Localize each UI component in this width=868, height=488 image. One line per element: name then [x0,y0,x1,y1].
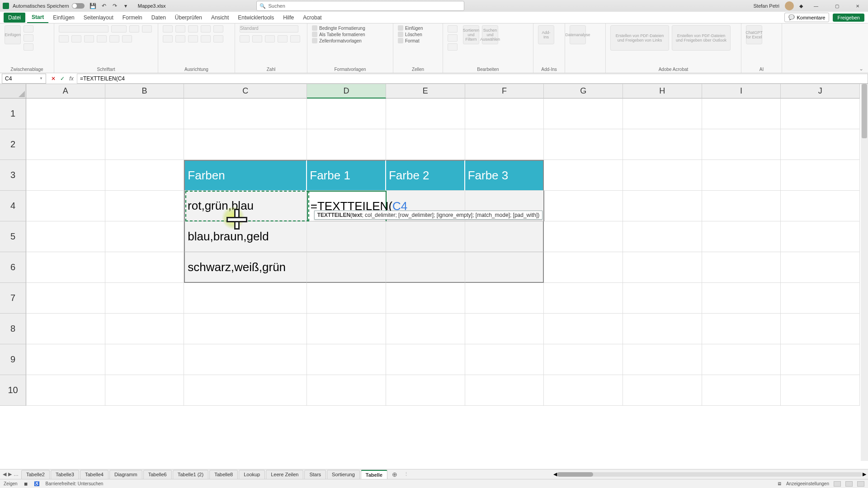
cut-icon[interactable] [24,25,33,33]
cell-F6[interactable] [465,252,544,283]
sheet-tab-tabelle8[interactable]: Tabelle8 [209,470,238,479]
tab-seitenlayout[interactable]: Seitenlayout [79,13,118,23]
accessibility-icon[interactable]: ♿ [34,481,39,486]
format-cells-button[interactable]: Format [398,38,438,43]
minimize-button[interactable]: — [808,1,824,11]
tab-hilfe[interactable]: Hilfe [278,13,298,23]
wrap-text-icon[interactable] [213,25,223,33]
decimal-inc-icon[interactable] [278,35,288,42]
sheet-tab-lookup[interactable]: Lookup [239,470,265,479]
accept-formula-icon[interactable]: ✓ [59,75,66,82]
select-all-corner[interactable] [0,84,26,99]
col-H[interactable]: H [623,84,702,99]
border-icon[interactable] [97,35,107,42]
row-8[interactable]: 8 [0,314,26,344]
col-I[interactable]: I [702,84,781,99]
formula-input[interactable]: =TEXTTEILEN(C4 [77,74,868,84]
insert-cells-button[interactable]: Einfügen [398,25,438,31]
align-right-icon[interactable] [188,35,198,42]
vertical-scrollbar[interactable] [861,84,868,461]
cell-C4[interactable]: rot,grün,blau [184,191,307,221]
col-B[interactable]: B [105,84,184,99]
sheet-tab-tabelle6[interactable]: Tabelle6 [143,470,172,479]
fill-color-icon[interactable] [109,35,119,42]
table-header-farbe1[interactable]: Farbe 1 [307,160,386,191]
align-bottom-icon[interactable] [188,25,198,33]
hscroll-left-icon[interactable]: ◀ [553,471,557,477]
sheet-tab-leere-zeilen[interactable]: Leere Zeilen [266,470,303,479]
table-header-farben[interactable]: Farben [184,160,307,191]
col-G[interactable]: G [544,84,623,99]
cell-E6[interactable] [386,252,465,283]
row-10[interactable]: 10 [0,375,26,406]
col-D[interactable]: D [307,84,386,99]
qat-dropdown-icon[interactable]: ▾ [123,3,129,9]
font-color-icon[interactable] [122,35,132,42]
autosave-toggle[interactable] [72,3,85,9]
col-C[interactable]: C [184,84,307,99]
tab-einfuegen[interactable]: Einfügen [48,13,79,23]
redo-icon[interactable]: ↷ [112,3,118,9]
undo-icon[interactable]: ↶ [101,3,107,9]
clear-icon[interactable] [448,43,458,51]
sheet-tab-stars[interactable]: Stars [304,470,326,479]
tab-ansicht[interactable]: Ansicht [207,13,233,23]
row-4[interactable]: 4 [0,191,26,221]
col-E[interactable]: E [386,84,465,99]
copy-icon[interactable] [24,34,33,42]
add-sheet-icon[interactable]: ⊕ [388,471,401,478]
paste-button[interactable]: Einfügen [5,25,21,44]
sheet-nav-prev-icon[interactable]: ◀ [3,471,6,477]
indent-increase-icon[interactable] [213,35,223,42]
filename[interactable]: Mappe3.xlsx [138,3,166,9]
bold-icon[interactable] [59,35,69,42]
save-icon[interactable]: 💾 [90,3,96,9]
delete-cells-button[interactable]: Löschen [398,32,438,37]
hscroll-thumb[interactable] [557,472,593,477]
vscroll-thumb[interactable] [862,84,867,138]
sheet-tab-tabelle3[interactable]: Tabelle3 [51,470,79,479]
font-name[interactable] [59,25,108,33]
cell-D5[interactable] [307,221,386,252]
decrease-font-icon[interactable] [142,25,152,33]
row-5[interactable]: 5 [0,221,26,252]
find-select-button[interactable]: Suchen und Auswählen [482,25,498,44]
sheet-tab-sortierung[interactable]: Sortierung [327,470,360,479]
number-format-dropdown[interactable]: Standard [240,25,298,33]
align-top-icon[interactable] [163,25,173,33]
display-settings-icon[interactable]: 🖥 [777,481,782,486]
ribbon-collapse-icon[interactable]: ⌄ [787,66,863,72]
cell-F5[interactable] [465,221,544,252]
avatar[interactable] [785,1,794,10]
row-9[interactable]: 9 [0,344,26,375]
sheet-tab-tabelle[interactable]: Tabelle [361,470,387,479]
cell-styles-button[interactable]: Zellenformatvorlagen [312,38,388,43]
tab-formeln[interactable]: Formeln [118,13,147,23]
sheet-tab-tabelle4[interactable]: Tabelle4 [80,470,108,479]
sheet-more-icon[interactable]: ⋮ [401,471,411,477]
col-A[interactable]: A [26,84,105,99]
page-break-view-icon[interactable] [857,481,864,487]
sheet-tab-diagramm[interactable]: Diagramm [109,470,142,479]
table-header-farbe2[interactable]: Farbe 2 [386,160,465,191]
name-box-chevron-icon[interactable]: ▼ [39,76,43,80]
row-3[interactable]: 3 [0,160,26,191]
orientation-icon[interactable] [201,25,211,33]
tab-ueberpruefen[interactable]: Überprüfen [170,13,207,23]
search-box[interactable]: 🔍 Suchen [256,1,464,11]
close-button[interactable]: ✕ [850,1,865,11]
tab-daten[interactable]: Daten [147,13,170,23]
cell-C6[interactable]: schwarz,weiß,grün [184,252,307,283]
sheet-tab-tabelle1-2-[interactable]: Tabelle1 (2) [173,470,208,479]
underline-icon[interactable] [84,35,94,42]
horizontal-scrollbar[interactable]: ◀ ▶ [552,471,868,478]
accessibility-check[interactable]: Barrierefreiheit: Untersuchen [46,481,104,486]
increase-font-icon[interactable] [129,25,139,33]
sheet-nav-next-icon[interactable]: ▶ [8,471,12,477]
italic-icon[interactable] [71,35,81,42]
fx-icon[interactable]: fx [68,75,75,82]
row-1[interactable]: 1 [0,99,26,129]
tab-file[interactable]: Datei [4,13,25,23]
format-painter-icon[interactable] [24,43,33,51]
diamond-icon[interactable]: ◆ [799,3,803,9]
